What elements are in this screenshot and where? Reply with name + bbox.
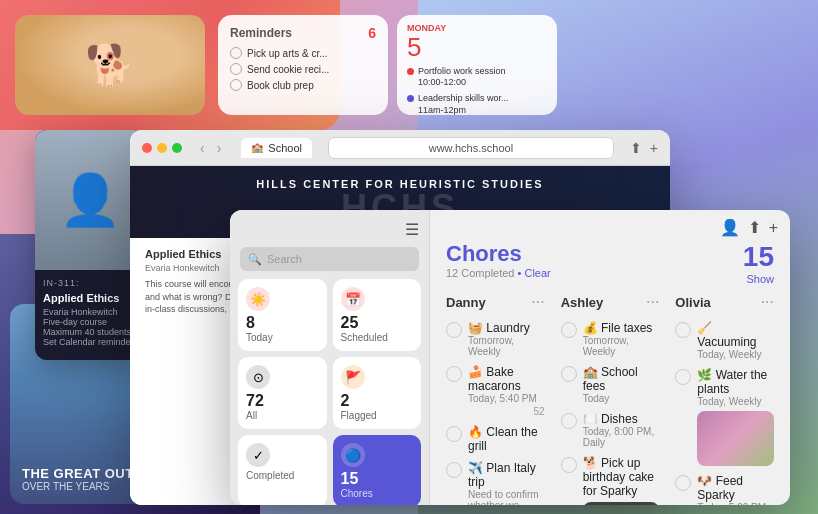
reminders-widget-title: Reminders bbox=[230, 26, 292, 40]
flagged-label: Flagged bbox=[341, 410, 414, 421]
column-name: Olivia bbox=[675, 295, 710, 310]
task-content: 🍽️ Dishes Today, 8:00 PM, Daily bbox=[583, 412, 660, 448]
column-danny: Danny ··· 🧺 Laundry Tomorrow, Weekly 🍰 B… bbox=[438, 293, 553, 505]
browser-nav: ‹ › bbox=[196, 138, 225, 158]
task-content: 🍰 Bake macarons Today, 5:40 PM 52 bbox=[468, 365, 545, 417]
smart-list-scheduled[interactable]: 📅 25 Scheduled bbox=[333, 279, 422, 351]
share-icon[interactable]: ⬆ bbox=[630, 140, 642, 156]
browser-tab[interactable]: 🏫 School bbox=[241, 138, 312, 158]
completed-status: 12 Completed • Clear bbox=[446, 267, 551, 279]
task-name: 🧺 Laundry bbox=[468, 321, 545, 335]
reminder-text: Book club prep bbox=[247, 80, 314, 91]
reminders-main: 👤 ⬆ + Chores 12 Completed • Clear 15 Sho… bbox=[430, 210, 790, 505]
today-count: 8 bbox=[246, 314, 319, 332]
smart-list-all[interactable]: ⊙ 72 All bbox=[238, 357, 327, 429]
smart-list-flagged[interactable]: 🚩 2 Flagged bbox=[333, 357, 422, 429]
task-checkbox[interactable] bbox=[561, 413, 577, 429]
reminder-checkbox bbox=[230, 47, 242, 59]
smart-lists: ☀️ 8 Today 📅 25 Scheduled ⊙ 72 All 🚩 2 F… bbox=[230, 279, 429, 505]
task-name: 🏫 School fees bbox=[583, 365, 660, 393]
maximize-button[interactable] bbox=[172, 143, 182, 153]
task-birthday-cake: 🐕 Pick up birthday cake for Sparky bbox=[561, 452, 660, 505]
clear-link[interactable]: • Clear bbox=[518, 267, 551, 279]
smart-list-completed[interactable]: ✓ Completed bbox=[238, 435, 327, 505]
column-olivia: Olivia ··· 🧹 Vacuuming Today, Weekly 🌿 W… bbox=[667, 293, 782, 505]
task-detail: Today, 5:00 PM, Daily bbox=[697, 502, 774, 505]
calendar-day-number: 5 bbox=[407, 33, 547, 62]
back-button[interactable]: ‹ bbox=[196, 138, 209, 158]
char-count: 52 bbox=[468, 406, 545, 417]
show-link[interactable]: Show bbox=[743, 273, 774, 285]
forward-button[interactable]: › bbox=[213, 138, 226, 158]
smart-list-today[interactable]: ☀️ 8 Today bbox=[238, 279, 327, 351]
column-ashley: Ashley ··· 💰 File taxes Tomorrow, Weekly… bbox=[553, 293, 668, 505]
column-more-icon[interactable]: ··· bbox=[646, 293, 659, 311]
add-icon[interactable]: + bbox=[769, 219, 778, 237]
task-image bbox=[697, 411, 774, 466]
sidebar-course-id: IN-311: bbox=[43, 278, 137, 288]
task-checkbox[interactable] bbox=[446, 366, 462, 382]
sidebar-meta: Five-day courseMaximum 40 studentsSet Ca… bbox=[43, 317, 137, 347]
big-count: 15 bbox=[743, 241, 774, 273]
task-checkbox[interactable] bbox=[446, 322, 462, 338]
scheduled-count: 25 bbox=[341, 314, 414, 332]
address-bar[interactable]: www.hchs.school bbox=[328, 137, 614, 159]
task-dishes: 🍽️ Dishes Today, 8:00 PM, Daily bbox=[561, 408, 660, 452]
task-name: 💰 File taxes bbox=[583, 321, 660, 335]
task-content: 🏫 School fees Today bbox=[583, 365, 660, 404]
reminder-checkbox bbox=[230, 63, 242, 75]
minimize-button[interactable] bbox=[157, 143, 167, 153]
scheduled-icon: 📅 bbox=[341, 287, 365, 311]
reminders-app-window: ☰ 🔍 Search ☀️ 8 Today 📅 25 Scheduled ⊙ 7… bbox=[230, 210, 790, 505]
task-checkbox[interactable] bbox=[561, 322, 577, 338]
tab-label: School bbox=[268, 142, 302, 154]
task-checkbox[interactable] bbox=[675, 322, 691, 338]
sidebar-course-title: Applied Ethics bbox=[43, 292, 137, 304]
reminders-widget-count: 6 bbox=[368, 25, 376, 41]
task-name: ✈️ Plan Italy trip bbox=[468, 461, 545, 489]
flagged-icon: 🚩 bbox=[341, 365, 365, 389]
column-more-icon[interactable]: ··· bbox=[531, 293, 544, 311]
add-tab-icon[interactable]: + bbox=[650, 140, 658, 156]
task-name: 🌿 Water the plants bbox=[697, 368, 774, 396]
dog-widget: 🐕 bbox=[15, 15, 205, 115]
task-checkbox[interactable] bbox=[675, 475, 691, 491]
task-content: 🧺 Laundry Tomorrow, Weekly bbox=[468, 321, 545, 357]
task-laundry: 🧺 Laundry Tomorrow, Weekly bbox=[446, 317, 545, 361]
share-icon[interactable]: ⬆ bbox=[748, 218, 761, 237]
task-checkbox[interactable] bbox=[446, 462, 462, 478]
calendar-day-label: MONDAY bbox=[407, 23, 547, 33]
task-checkbox[interactable] bbox=[561, 457, 577, 473]
task-school-fees: 🏫 School fees Today bbox=[561, 361, 660, 408]
task-name: 🔥 Clean the grill bbox=[468, 425, 545, 453]
scheduled-label: Scheduled bbox=[341, 332, 414, 343]
column-more-icon[interactable]: ··· bbox=[761, 293, 774, 311]
title-area: Chores 12 Completed • Clear bbox=[446, 241, 551, 279]
task-content: 🔥 Clean the grill bbox=[468, 425, 545, 453]
task-content: 🐶 Feed Sparky Today, 5:00 PM, Daily bbox=[697, 474, 774, 505]
task-detail: Need to confirm whether we should fly to… bbox=[468, 489, 545, 505]
person-image: 👤 bbox=[35, 130, 145, 270]
list-item: Book club prep bbox=[230, 79, 376, 91]
person-icon[interactable]: 👤 bbox=[720, 218, 740, 237]
task-detail: Tomorrow, Weekly bbox=[468, 335, 545, 357]
reminders-widget: Reminders 6 Pick up arts & cr... Send co… bbox=[218, 15, 388, 115]
calendar-event: Portfolio work session 10:00-12:00 bbox=[407, 66, 547, 89]
task-name: 🍽️ Dishes bbox=[583, 412, 660, 426]
completed-label: Completed bbox=[246, 470, 319, 481]
sidebar-instructor: Evaria Honkewitch bbox=[43, 307, 137, 317]
all-label: All bbox=[246, 410, 319, 421]
smart-list-chores[interactable]: 🔵 15 Chores bbox=[333, 435, 422, 505]
content-header: Chores 12 Completed • Clear 15 Show bbox=[430, 241, 790, 293]
hamburger-icon[interactable]: ☰ bbox=[405, 220, 419, 239]
search-bar[interactable]: 🔍 Search bbox=[240, 247, 419, 271]
task-checkbox[interactable] bbox=[561, 366, 577, 382]
task-checkbox[interactable] bbox=[446, 426, 462, 442]
flagged-count: 2 bbox=[341, 392, 414, 410]
task-checkbox[interactable] bbox=[675, 369, 691, 385]
calendar-event: Leadership skills wor... 11am-12pm bbox=[407, 93, 547, 115]
close-button[interactable] bbox=[142, 143, 152, 153]
column-header: Danny ··· bbox=[446, 293, 545, 311]
task-name: 🐶 Feed Sparky bbox=[697, 474, 774, 502]
reminder-text: Send cookie reci... bbox=[247, 64, 329, 75]
